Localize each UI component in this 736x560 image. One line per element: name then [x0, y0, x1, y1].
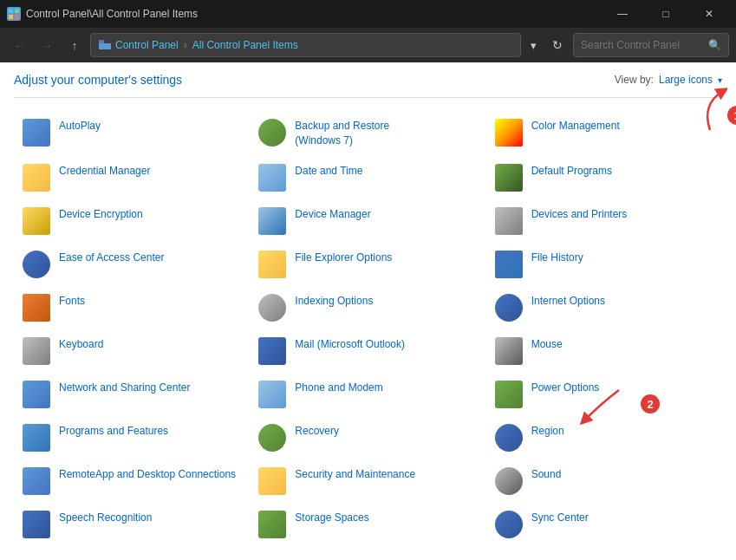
cp-item-file-hist[interactable]: File History	[486, 242, 722, 285]
svg-rect-3	[15, 15, 19, 19]
search-input[interactable]	[581, 39, 703, 51]
icon-internet	[495, 294, 523, 322]
cp-item-datetime[interactable]: Date and Time	[250, 155, 485, 199]
cp-item-device-enc[interactable]: Device Encryption	[14, 199, 250, 242]
label-color: Color Management	[531, 117, 620, 133]
divider	[14, 97, 722, 98]
path-dropdown[interactable]: ▾	[524, 33, 542, 57]
icon-backup	[258, 119, 286, 147]
label-file-hist: File History	[531, 249, 583, 265]
main-content: Adjust your computer's settings View by:…	[0, 62, 736, 560]
cp-item-ease[interactable]: Ease of Access Center	[14, 242, 250, 285]
cp-item-phone[interactable]: Phone and Modem	[250, 372, 485, 415]
label-datetime: Date and Time	[295, 162, 362, 179]
search-box[interactable]: 🔍	[573, 33, 729, 57]
label-fonts: Fonts	[59, 292, 85, 309]
cp-item-network[interactable]: Network and Sharing Center	[14, 372, 250, 415]
forward-button[interactable]: →	[35, 33, 59, 57]
icon-remoteapp	[23, 467, 50, 495]
up-button[interactable]: ↑	[62, 33, 87, 57]
icon-fonts	[23, 294, 50, 322]
cp-item-remoteapp[interactable]: RemoteApp and Desktop Connections	[14, 459, 250, 502]
address-path[interactable]: Control Panel › All Control Panel Items	[90, 33, 521, 57]
label-speech: Speech Recognition	[59, 509, 152, 525]
label-device-enc: Device Encryption	[59, 205, 143, 222]
label-default: Default Programs	[531, 162, 612, 179]
icon-file-exp	[258, 251, 286, 278]
label-power: Power Options	[531, 379, 600, 395]
icon-indexing	[258, 294, 286, 322]
cp-item-recovery[interactable]: Recovery	[250, 415, 485, 459]
cp-item-mail[interactable]: Mail (Microsoft Outlook)	[250, 329, 485, 372]
icon-devices	[495, 207, 523, 235]
path-icon	[98, 37, 112, 54]
icon-ease	[23, 251, 50, 278]
label-autoplay: AutoPlay	[59, 117, 101, 133]
cp-item-indexing[interactable]: Indexing Options	[250, 285, 485, 329]
icon-keyboard	[23, 337, 50, 365]
cp-item-credential[interactable]: Credential Manager	[14, 155, 250, 199]
cp-item-sound[interactable]: Sound	[486, 459, 722, 502]
label-credential: Credential Manager	[59, 162, 150, 179]
cp-item-file-exp[interactable]: File Explorer Options	[250, 242, 485, 285]
cp-item-region[interactable]: Region	[486, 415, 722, 459]
icon-sound	[495, 467, 523, 495]
cp-item-security[interactable]: Security and Maintenance	[250, 459, 485, 502]
label-programs: Programs and Features	[59, 422, 168, 439]
view-by-control: View by: Large icons ▾	[615, 74, 722, 86]
window: Control Panel\All Control Panel Items — …	[0, 0, 736, 560]
window-icon	[7, 7, 21, 21]
label-sound: Sound	[531, 466, 562, 482]
cp-item-speech[interactable]: Speech Recognition	[14, 502, 250, 545]
view-by-value[interactable]: Large icons	[659, 74, 713, 86]
cp-item-keyboard[interactable]: Keyboard	[14, 329, 250, 372]
label-remoteapp: RemoteApp and Desktop Connections	[59, 466, 236, 482]
path-segment-1[interactable]: Control Panel	[115, 39, 179, 51]
label-file-exp: File Explorer Options	[295, 249, 392, 265]
cp-item-devices[interactable]: Devices and Printers	[486, 199, 722, 242]
path-segment-2[interactable]: All Control Panel Items	[192, 39, 298, 51]
cp-item-storage[interactable]: Storage Spaces	[250, 502, 485, 545]
icon-color	[495, 119, 523, 147]
icon-credential	[23, 164, 50, 192]
cp-item-mouse[interactable]: Mouse	[486, 329, 722, 372]
top-bar: Adjust your computer's settings View by:…	[14, 73, 722, 87]
path-arrow-1: ›	[184, 39, 187, 51]
label-phone: Phone and Modem	[295, 379, 382, 395]
icon-file-hist	[495, 251, 523, 278]
icon-storage	[258, 511, 286, 538]
items-grid: AutoPlayBackup and Restore (Windows 7)Co…	[14, 110, 722, 545]
cp-item-color[interactable]: Color Management	[486, 110, 722, 155]
cp-item-internet[interactable]: Internet Options	[486, 285, 722, 329]
label-mouse: Mouse	[531, 335, 563, 352]
cp-item-device-mgr[interactable]: Device Manager	[250, 199, 485, 242]
label-ease: Ease of Access Center	[59, 249, 164, 265]
maximize-button[interactable]: □	[646, 0, 686, 28]
label-region: Region	[531, 422, 564, 439]
label-security: Security and Maintenance	[295, 466, 415, 482]
cp-item-power[interactable]: Power Options	[486, 372, 722, 415]
cp-item-sync[interactable]: Sync Center	[486, 502, 722, 545]
icon-sync	[495, 511, 523, 538]
back-button[interactable]: ←	[7, 33, 31, 57]
label-keyboard: Keyboard	[59, 335, 103, 352]
icon-phone	[258, 381, 286, 408]
svg-rect-0	[9, 9, 13, 13]
refresh-button[interactable]: ↻	[545, 33, 570, 57]
addressbar: ← → ↑ Control Panel › All Control Panel …	[0, 28, 736, 62]
cp-item-fonts[interactable]: Fonts	[14, 285, 250, 329]
cp-item-autoplay[interactable]: AutoPlay	[14, 110, 250, 155]
cp-item-programs[interactable]: Programs and Features	[14, 415, 250, 459]
cp-item-backup[interactable]: Backup and Restore (Windows 7)	[250, 110, 485, 155]
titlebar-controls: — □ ✕	[602, 0, 729, 28]
label-indexing: Indexing Options	[295, 292, 373, 309]
cp-item-default[interactable]: Default Programs	[486, 155, 722, 199]
label-network: Network and Sharing Center	[59, 379, 190, 395]
svg-rect-2	[9, 15, 13, 19]
chevron-down-icon[interactable]: ▾	[718, 75, 722, 85]
icon-device-mgr	[258, 207, 286, 235]
icon-mail	[258, 337, 286, 365]
search-icon: 🔍	[708, 39, 721, 51]
close-button[interactable]: ✕	[689, 0, 729, 28]
minimize-button[interactable]: —	[602, 0, 642, 28]
